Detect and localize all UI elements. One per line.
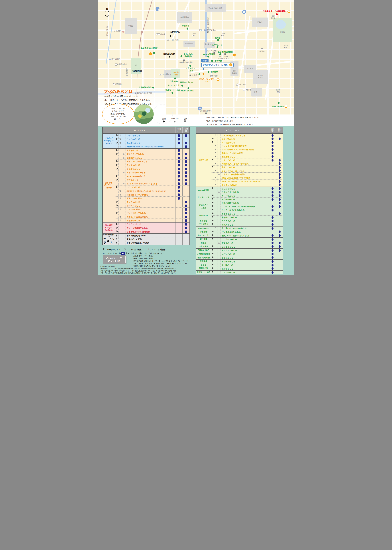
icon-slot	[119, 237, 122, 241]
event-label: 糸を紡いでみしる	[221, 216, 269, 219]
map-label: 文化のみち 堀美術館	[183, 53, 193, 58]
held-dot	[279, 191, 280, 194]
held-dot	[185, 153, 187, 155]
date-cell	[182, 137, 189, 141]
hammer-icon	[211, 194, 214, 197]
held-dot	[279, 138, 280, 140]
filming-notice: 〇主催者による撮影〇 会場内では、いくいくみしる実行委員会や取材メディアによる写…	[100, 265, 176, 274]
map-label: 徳源寺	[259, 51, 265, 53]
held-dot	[272, 249, 273, 252]
icon-slot	[214, 252, 217, 256]
held-dot	[185, 223, 187, 226]
icon-slot	[217, 187, 221, 190]
event-label: クンクンみしる	[126, 163, 175, 167]
event-label: ケンチクみしる	[126, 204, 175, 208]
icon-slot	[217, 148, 221, 151]
held-dot	[185, 204, 187, 207]
event-row: 革でつくってみしる	[115, 152, 189, 156]
date-cell	[276, 134, 283, 137]
icon-slot	[214, 219, 217, 223]
event-label: タイルをみしる	[126, 167, 175, 171]
date-cell	[269, 151, 276, 155]
event-label: 米粉チュロスと豊富なドリンクの販売	[221, 176, 269, 180]
tram-stop-icon	[272, 15, 275, 17]
held-dot	[185, 212, 187, 215]
date-cell	[269, 208, 276, 212]
icon-slot	[214, 267, 217, 270]
hammer-icon	[211, 212, 214, 216]
venue-dot	[172, 92, 173, 94]
held-dot	[185, 145, 187, 148]
icon-slot	[115, 219, 119, 222]
date-cell	[175, 196, 182, 200]
icon-slot	[211, 176, 214, 180]
held-dot	[178, 186, 180, 189]
footprint-icon	[169, 56, 171, 59]
date-cell	[182, 208, 189, 211]
date-cell	[182, 163, 189, 167]
map-label: 新出来	[284, 45, 288, 46]
map-label: 名古屋城駅	[111, 58, 120, 60]
held-dot	[279, 245, 280, 248]
tram-stop-icon	[159, 74, 162, 76]
icon-slot	[211, 151, 214, 155]
date-cell	[182, 145, 189, 148]
icon-slot	[217, 227, 221, 230]
event-label: いごいごみしる	[221, 252, 269, 256]
icon-slot	[217, 144, 221, 148]
held-dot	[185, 219, 187, 222]
hammer-icon	[115, 160, 119, 163]
event-label: ハヤシライスと焼き菓子販売	[221, 144, 269, 148]
hammer-icon	[211, 237, 214, 241]
date-cell	[175, 241, 182, 245]
event-row: 焼き揚げみしる	[115, 218, 189, 222]
event-label: つめつめみしる	[126, 134, 175, 137]
icon-slot	[115, 171, 119, 174]
held-dot	[178, 149, 180, 152]
map-label: 豆腐のくすむら	[180, 81, 193, 84]
held-dot	[279, 169, 280, 172]
event-row: はこんでみしる	[211, 187, 283, 190]
map-label: A＆P design	[272, 105, 284, 107]
venue-dot	[189, 65, 191, 67]
event-row: コーヒーみしる	[211, 271, 283, 274]
header-date: 4/26(日)	[276, 127, 283, 133]
held-dot	[185, 201, 187, 203]
toilet-icon	[285, 105, 287, 108]
hq-badge: 本部	[201, 59, 209, 62]
event-row: おとうふでみしる	[211, 249, 283, 252]
rally-box: みしるラリーもやってるよ！	[103, 255, 126, 264]
event-label: ぽかぽかみしる	[221, 260, 269, 263]
held-dot	[185, 182, 187, 185]
icon-slot	[211, 190, 214, 194]
icon-slot	[122, 178, 126, 182]
event-label: ろうそくみしる	[221, 219, 269, 223]
date-cell	[269, 230, 276, 234]
date-cell	[175, 134, 182, 137]
sponsor-square-icon	[214, 52, 215, 54]
date-cell	[276, 187, 283, 190]
fork-icon	[214, 155, 217, 158]
date-cell	[175, 182, 182, 185]
date-cell	[175, 230, 182, 233]
venue-name: 菊竹学園	[196, 237, 211, 241]
face-icon	[107, 240, 109, 242]
toilet-icon	[149, 52, 152, 55]
event-label: ヴォーリズ建築をみしる	[126, 226, 175, 230]
map-label: KISUI SEKKEI	[181, 90, 194, 92]
event-row: けんちくみしる	[211, 158, 283, 162]
fork-icon	[214, 227, 217, 230]
icon-slot	[217, 245, 221, 248]
date-cell	[269, 173, 276, 176]
held-dot	[279, 166, 280, 169]
event-label: 革でつくってみしる	[126, 152, 175, 156]
event-label: こねこねみしる	[126, 137, 175, 141]
event-label: パイプオルガンみしる	[221, 230, 269, 234]
map-label: まちかどギャラリー FUKU	[199, 78, 216, 83]
held-dot	[272, 191, 273, 194]
icon-slot	[214, 194, 217, 197]
date-cell	[276, 194, 283, 197]
venue-group: ガイド付き建物ツアー ブラミシル消えた鍋屋町をさがせ文化のみちの正体浪漫×モダニ…	[103, 233, 189, 245]
date-cell	[182, 211, 189, 215]
event-label: ぬいぬいみしる	[126, 141, 175, 145]
